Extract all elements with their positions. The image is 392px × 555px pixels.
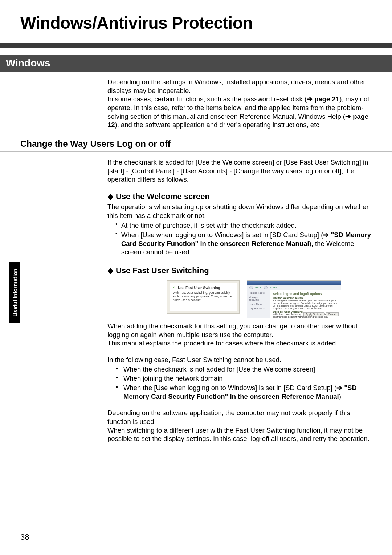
fast-bullet-3: When the [Use when logging on to Windows… bbox=[115, 384, 375, 401]
screenshot-row: Use Fast User Switching With Fast User S… bbox=[134, 280, 375, 318]
page-number: 38 bbox=[20, 532, 29, 542]
text: ), and the software application and driv… bbox=[115, 121, 321, 129]
fast-heading: Use Fast User Switching bbox=[116, 266, 209, 275]
fast-paragraph-5: When switching to a different user with … bbox=[107, 426, 375, 443]
window-content-header: Select logon and logoff options bbox=[273, 292, 338, 296]
text: When [Use when logging on to Windows] is… bbox=[121, 231, 323, 239]
sidebar-item: Logon options bbox=[249, 307, 269, 310]
text: When the [Use when logging on to Windows… bbox=[123, 384, 336, 392]
intro-block: Depending on the settings in Windows, in… bbox=[107, 78, 375, 129]
window-sidebar: Related Tasks Manage accounts Learn Abou… bbox=[247, 290, 270, 318]
subheading-change-logon: Change the Way Users Log on or off bbox=[20, 139, 375, 149]
side-tab-label: Useful Information bbox=[12, 268, 18, 317]
fast-bullet-1: When the checkmark is not added for [Use… bbox=[115, 365, 375, 374]
change-intro-block: If the checkmark is added for [Use the W… bbox=[107, 158, 375, 443]
subheading-rule bbox=[0, 151, 392, 152]
intro-paragraph-2: In some cases, certain functions, such a… bbox=[107, 95, 375, 129]
change-intro-paragraph: If the checkmark is added for [Use the W… bbox=[107, 158, 375, 184]
cancel-button: Cancel bbox=[326, 312, 339, 316]
diamond-icon: ◆ bbox=[107, 267, 114, 275]
fast-paragraph-1: When adding the checkmark for this setti… bbox=[107, 322, 375, 339]
side-tab-useful-information: Useful Information bbox=[9, 262, 20, 323]
sidebar-item: Learn About bbox=[249, 303, 269, 305]
fast-cannot-use-list: When the checkmark is not added for [Use… bbox=[115, 365, 375, 401]
welcome-bullet-1: At the time of purchase, it is set with … bbox=[115, 221, 375, 230]
welcome-paragraph: The operations when starting up or shutt… bbox=[107, 203, 375, 220]
diamond-icon: ◆ bbox=[107, 193, 114, 200]
opt-desc: By using the Welcome screen, you can sim… bbox=[273, 299, 337, 309]
back-icon bbox=[249, 286, 253, 289]
fast-paragraph-3: In the following case, Fast User Switchi… bbox=[107, 356, 375, 364]
text: In some cases, certain functions, such a… bbox=[107, 95, 307, 103]
fast-bullet-2: When joining the network domain bbox=[115, 374, 375, 383]
text: ) bbox=[339, 393, 341, 400]
opt-title: Use Fast User Switching bbox=[273, 311, 303, 313]
window-titlebar bbox=[247, 281, 341, 285]
sidebar-item: Related Tasks bbox=[249, 292, 269, 294]
welcome-bullet-2: When [Use when logging on to Windows] is… bbox=[115, 231, 375, 256]
window-toolbar: Back Home bbox=[247, 285, 341, 290]
welcome-bullets: At the time of purchase, it is set with … bbox=[115, 221, 375, 256]
fast-paragraph-4: Depending on the software application, t… bbox=[107, 409, 375, 426]
apply-button: Apply Options bbox=[303, 312, 324, 316]
forward-icon bbox=[264, 286, 268, 289]
fast-paragraph-2: This manual explains the procedure for c… bbox=[107, 339, 375, 348]
back-label: Back bbox=[255, 286, 262, 289]
section-heading-windows: Windows bbox=[0, 55, 392, 72]
home-label: Home bbox=[270, 286, 277, 289]
screenshot-checkbox-dialog: Use Fast User Switching With Fast User S… bbox=[167, 280, 240, 314]
title-rule bbox=[0, 43, 392, 48]
opt-title: Use the Welcome screen bbox=[273, 297, 303, 299]
screenshot-user-accounts-window: Back Home Related Tasks Manage accounts … bbox=[247, 280, 341, 318]
window-buttons: Apply Options Cancel bbox=[303, 312, 339, 316]
page-title: Windows/Antivirus Protection bbox=[20, 13, 375, 33]
welcome-heading: Use the Welcome screen bbox=[116, 192, 210, 201]
sidebar-item: Manage accounts bbox=[249, 296, 269, 301]
intro-paragraph-1: Depending on the settings in Windows, in… bbox=[107, 78, 375, 95]
window-option-1: Use the Welcome screenBy using the Welco… bbox=[273, 297, 338, 309]
document-page: Windows/Antivirus Protection Windows Dep… bbox=[0, 0, 392, 555]
fast-heading-row: ◆ Use Fast User Switching bbox=[107, 266, 375, 275]
welcome-heading-row: ◆ Use the Welcome screen bbox=[107, 192, 375, 201]
shot-a-desc: With Fast User Switching, you can quickl… bbox=[173, 291, 234, 302]
page-ref-21: ➔ page 21 bbox=[307, 95, 339, 103]
checkbox-icon bbox=[173, 286, 176, 289]
subheading-row: Change the Way Users Log on or off bbox=[20, 139, 375, 149]
shot-a-caption: Use Fast User Switching bbox=[178, 286, 220, 290]
